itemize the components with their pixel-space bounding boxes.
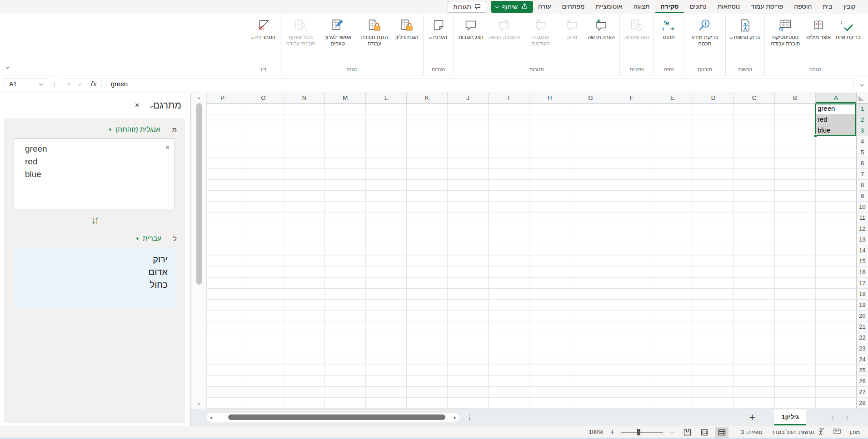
thesaurus-button[interactable]: אוצר מילים xyxy=(804,16,833,42)
cell-K28[interactable] xyxy=(406,398,447,409)
cell-E8[interactable] xyxy=(652,180,693,191)
from-language-dropdown[interactable]: אנגלית (זוהתה) ▾ xyxy=(109,125,160,133)
cell-M14[interactable] xyxy=(324,245,365,256)
normal-view-icon[interactable] xyxy=(715,427,728,438)
cell-E28[interactable] xyxy=(652,398,693,409)
cell-H19[interactable] xyxy=(529,300,570,311)
cell-G9[interactable] xyxy=(570,191,611,202)
cell-M22[interactable] xyxy=(324,332,365,343)
zoom-in-button[interactable]: + xyxy=(610,428,614,436)
cell-J15[interactable] xyxy=(447,256,488,267)
cell-P27[interactable] xyxy=(207,387,243,398)
cell-I11[interactable] xyxy=(488,212,529,223)
cell-D26[interactable] xyxy=(693,376,733,387)
cell-C1[interactable] xyxy=(733,104,774,114)
cell-I20[interactable] xyxy=(488,311,529,321)
ribbon-tab-נוסחאות[interactable]: נוסחאות xyxy=(713,1,745,13)
cell-P11[interactable] xyxy=(207,212,243,223)
cell-A26[interactable] xyxy=(815,376,856,387)
cell-A9[interactable] xyxy=(815,191,856,202)
cell-G17[interactable] xyxy=(570,278,611,289)
cell-E22[interactable] xyxy=(652,332,693,343)
cell-C25[interactable] xyxy=(733,365,774,376)
row-header-15[interactable]: 15 xyxy=(856,256,868,267)
column-header-O[interactable]: O xyxy=(243,93,284,104)
column-header-E[interactable]: E xyxy=(652,93,693,104)
cell-B28[interactable] xyxy=(774,398,815,409)
cell-M7[interactable] xyxy=(324,169,365,180)
column-header-H[interactable]: H xyxy=(529,93,570,104)
cell-B4[interactable] xyxy=(774,136,815,147)
cell-K14[interactable] xyxy=(406,245,447,256)
cell-I16[interactable] xyxy=(488,267,529,278)
cell-H23[interactable] xyxy=(529,343,570,354)
cell-G18[interactable] xyxy=(570,289,611,300)
cell-F14[interactable] xyxy=(611,245,652,256)
cell-J17[interactable] xyxy=(447,278,488,289)
cell-L1[interactable] xyxy=(365,104,406,114)
cell-H22[interactable] xyxy=(529,332,570,343)
cell-K20[interactable] xyxy=(406,311,447,321)
cell-M11[interactable] xyxy=(324,212,365,223)
cell-F7[interactable] xyxy=(611,169,652,180)
cell-J8[interactable] xyxy=(447,180,488,191)
cell-C15[interactable] xyxy=(733,256,774,267)
cell-P6[interactable] xyxy=(207,158,243,169)
column-header-D[interactable]: D xyxy=(693,93,733,104)
cell-E18[interactable] xyxy=(652,289,693,300)
cell-K2[interactable] xyxy=(406,114,447,125)
cell-K4[interactable] xyxy=(406,136,447,147)
hide-ink-button[interactable]: הסתר דיו xyxy=(249,16,278,42)
cell-D3[interactable] xyxy=(693,125,733,136)
cell-B20[interactable] xyxy=(774,311,815,321)
protect-sheet-button[interactable]: הגנת גיליון xyxy=(393,16,421,42)
cell-N12[interactable] xyxy=(284,223,324,234)
cell-N21[interactable] xyxy=(284,321,324,332)
cell-P19[interactable] xyxy=(207,300,243,311)
row-header-22[interactable]: 22 xyxy=(856,332,868,343)
cell-E1[interactable] xyxy=(652,104,693,114)
cell-C14[interactable] xyxy=(733,245,774,256)
row-header-9[interactable]: 9 xyxy=(856,191,868,202)
cell-B23[interactable] xyxy=(774,343,815,354)
enter-icon[interactable]: ✓ xyxy=(78,80,83,88)
cell-J14[interactable] xyxy=(447,245,488,256)
cell-H10[interactable] xyxy=(529,202,570,212)
cell-L20[interactable] xyxy=(365,311,406,321)
cell-G11[interactable] xyxy=(570,212,611,223)
cell-K8[interactable] xyxy=(406,180,447,191)
row-header-2[interactable]: 2 xyxy=(856,114,868,125)
cell-J1[interactable] xyxy=(447,104,488,114)
cell-A10[interactable] xyxy=(815,202,856,212)
cell-I21[interactable] xyxy=(488,321,529,332)
cell-I13[interactable] xyxy=(488,234,529,245)
cell-D25[interactable] xyxy=(693,365,733,376)
cell-O24[interactable] xyxy=(243,354,284,365)
cell-L8[interactable] xyxy=(365,180,406,191)
cell-A21[interactable] xyxy=(815,321,856,332)
cell-J7[interactable] xyxy=(447,169,488,180)
cell-B27[interactable] xyxy=(774,387,815,398)
cell-C8[interactable] xyxy=(733,180,774,191)
cell-L23[interactable] xyxy=(365,343,406,354)
ribbon-tab-תצוגה[interactable]: תצוגה xyxy=(629,1,655,13)
cell-G12[interactable] xyxy=(570,223,611,234)
cell-J26[interactable] xyxy=(447,376,488,387)
cell-P25[interactable] xyxy=(207,365,243,376)
cell-D11[interactable] xyxy=(693,212,733,223)
cell-O20[interactable] xyxy=(243,311,284,321)
cell-M17[interactable] xyxy=(324,278,365,289)
delete-comment-button[interactable]: מחק xyxy=(559,16,585,42)
cell-P5[interactable] xyxy=(207,147,243,158)
check-accessibility-button[interactable]: בדוק נגישות xyxy=(728,16,762,42)
row-header-27[interactable]: 27 xyxy=(856,387,868,398)
cell-L4[interactable] xyxy=(365,136,406,147)
cell-F3[interactable] xyxy=(611,125,652,136)
cell-P23[interactable] xyxy=(207,343,243,354)
cell-O16[interactable] xyxy=(243,267,284,278)
cell-K25[interactable] xyxy=(406,365,447,376)
name-box[interactable]: A1 xyxy=(5,78,47,90)
cell-P15[interactable] xyxy=(207,256,243,267)
row-header-23[interactable]: 23 xyxy=(856,343,868,354)
cell-I24[interactable] xyxy=(488,354,529,365)
